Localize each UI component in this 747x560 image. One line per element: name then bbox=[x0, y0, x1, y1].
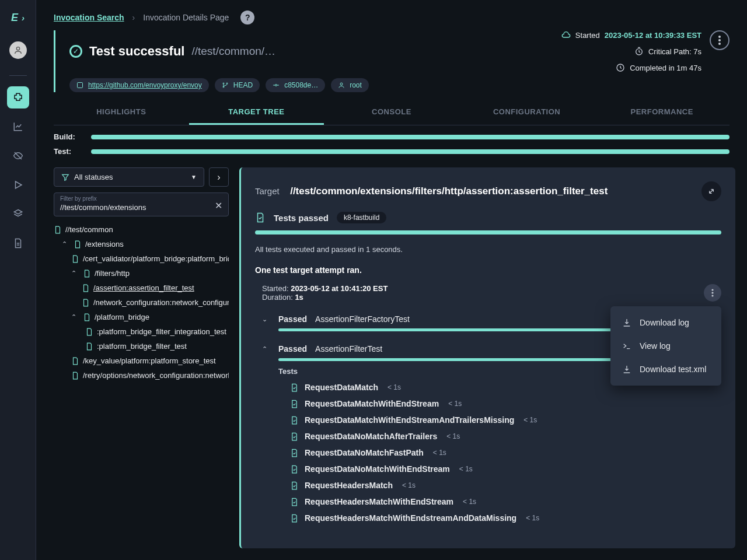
more-button[interactable] bbox=[710, 30, 729, 50]
tab-target-tree[interactable]: TARGET TREE bbox=[189, 100, 324, 125]
attempt-duration-label: Duration: bbox=[262, 293, 293, 302]
avatar[interactable] bbox=[9, 41, 27, 59]
attempt-menu: Download log View log Download test.xml bbox=[610, 306, 721, 386]
chevron-down-icon: ⌄ bbox=[262, 316, 270, 323]
test-duration: < 1s bbox=[523, 416, 537, 424]
file-icon bbox=[74, 240, 82, 249]
tab-configuration[interactable]: CONFIGURATION bbox=[459, 100, 595, 125]
chart-icon bbox=[13, 121, 23, 132]
breadcrumb: Invocation Search › Invocation Details P… bbox=[36, 0, 747, 30]
nav-plugins[interactable] bbox=[7, 86, 29, 108]
test-row[interactable]: RequestHeadersMatch< 1s bbox=[276, 477, 721, 494]
test-row[interactable]: RequestDataNoMatchFastPath< 1s bbox=[276, 444, 721, 461]
nav-analytics[interactable] bbox=[7, 116, 29, 138]
test-name: RequestHeadersMatchWithEndstreamAndDataM… bbox=[305, 513, 516, 523]
suite-status: Passed bbox=[278, 314, 307, 324]
tests-passed-label: Tests passed bbox=[274, 213, 329, 223]
nav-layers[interactable] bbox=[7, 203, 29, 225]
tab-performance[interactable]: PERFORMANCE bbox=[594, 100, 729, 125]
tree-node[interactable]: ⌃ /platform_bridge bbox=[54, 310, 229, 324]
file-check-icon bbox=[290, 383, 299, 392]
test-name: RequestHeadersMatch bbox=[305, 481, 393, 490]
clear-filter-button[interactable]: ✕ bbox=[215, 200, 222, 211]
chevron-up-icon: ⌃ bbox=[62, 240, 70, 248]
tree-node[interactable]: ⌃ /filters/http bbox=[54, 266, 229, 281]
prefix-filter-input[interactable] bbox=[60, 203, 210, 212]
nav-visibility[interactable] bbox=[7, 145, 29, 167]
puzzle-icon bbox=[13, 92, 23, 103]
suite-status: Passed bbox=[278, 344, 307, 354]
tree-node[interactable]: ⌃ /extensions bbox=[54, 237, 229, 251]
eye-off-icon bbox=[13, 150, 23, 161]
repo-chip[interactable]: https://github.com/envoyproxy/envoy bbox=[69, 78, 209, 92]
breadcrumb-link[interactable]: Invocation Search bbox=[54, 13, 124, 22]
help-button[interactable]: ? bbox=[240, 10, 254, 24]
menu-download-xml[interactable]: Download test.xml bbox=[610, 358, 721, 381]
stopwatch-icon bbox=[634, 47, 644, 56]
file-check-icon bbox=[290, 416, 299, 425]
tree-node[interactable]: /retry/options/network_configuration:net… bbox=[54, 368, 229, 383]
tree-node[interactable]: //test/common bbox=[54, 222, 229, 237]
file-icon bbox=[85, 328, 93, 336]
summary-text: All tests executed and passed in 1 secon… bbox=[255, 245, 721, 254]
commit-icon bbox=[273, 82, 280, 89]
test-row[interactable]: RequestDataMatchWithEndStreamAndTrailers… bbox=[276, 412, 721, 428]
file-check-icon bbox=[290, 449, 299, 457]
svg-point-10 bbox=[275, 85, 277, 86]
chevron-down-icon: ▼ bbox=[191, 174, 197, 180]
file-check-icon bbox=[255, 212, 266, 223]
prefix-filter[interactable]: Filter by prefix ✕ bbox=[54, 192, 229, 216]
chevron-right-icon: › bbox=[132, 13, 135, 22]
file-icon bbox=[85, 342, 93, 351]
started-label: Started bbox=[575, 31, 600, 40]
test-progress bbox=[91, 149, 729, 154]
nav-docs[interactable] bbox=[7, 232, 29, 254]
branch-chip[interactable]: HEAD bbox=[215, 78, 260, 92]
menu-download-log[interactable]: Download log bbox=[610, 311, 721, 334]
tree-node-selected[interactable]: /assertion:assertion_filter_test bbox=[54, 281, 229, 295]
target-tree: //test/common ⌃ /extensions /cert_valida… bbox=[54, 222, 229, 548]
file-icon bbox=[82, 299, 90, 307]
attempt-started-value: 2023-05-12 at 10:41:20 EST bbox=[291, 284, 388, 293]
svg-point-7 bbox=[223, 83, 224, 84]
svg-point-0 bbox=[16, 47, 19, 50]
commit-chip[interactable]: c8508de… bbox=[266, 78, 325, 92]
test-row[interactable]: RequestHeadersMatchWithEndStream< 1s bbox=[276, 494, 721, 510]
tree-node[interactable]: :platform_bridge_filter_test bbox=[54, 339, 229, 354]
test-duration: < 1s bbox=[402, 481, 416, 489]
test-row[interactable]: RequestHeadersMatchWithEndstreamAndDataM… bbox=[276, 510, 721, 526]
tree-node[interactable]: /key_value/platform:platform_store_test bbox=[54, 354, 229, 368]
file-check-icon bbox=[290, 498, 299, 506]
download-icon bbox=[622, 365, 631, 374]
collapse-tree-button[interactable]: › bbox=[209, 167, 229, 187]
file-check-icon bbox=[290, 400, 299, 408]
completed-time: Completed in 1m 47s bbox=[630, 64, 701, 72]
attempt-more-button[interactable]: Download log View log Download test.xml bbox=[704, 284, 721, 302]
chevron-up-icon: ⌃ bbox=[262, 345, 270, 353]
page-title: Test successful bbox=[89, 44, 184, 59]
tab-highlights[interactable]: HIGHLIGHTS bbox=[54, 100, 189, 125]
tab-console[interactable]: CONSOLE bbox=[324, 100, 459, 125]
test-row[interactable]: RequestDataNoMatchWithEndStream< 1s bbox=[276, 461, 721, 477]
repo-icon bbox=[76, 82, 83, 89]
started-value: 2023-05-12 at 10:39:33 EST bbox=[605, 31, 701, 40]
tree-node[interactable]: /cert_validator/platform_bridge:platform… bbox=[54, 251, 229, 266]
status-filter[interactable]: All statuses ▼ bbox=[54, 167, 204, 187]
detail-panel: Target //test/common/extensions/filters/… bbox=[239, 167, 735, 548]
file-icon bbox=[54, 226, 62, 234]
test-row[interactable]: RequestDataNoMatchAfterTrailers< 1s bbox=[276, 428, 721, 444]
tree-node[interactable]: :platform_bridge_filter_integration_test bbox=[54, 324, 229, 339]
svg-point-8 bbox=[226, 83, 228, 84]
build-progress bbox=[91, 135, 729, 139]
tree-node[interactable]: /network_configuration:network_configura… bbox=[54, 295, 229, 310]
expand-button[interactable] bbox=[701, 181, 721, 201]
nav-runs[interactable] bbox=[7, 174, 29, 196]
file-check-icon bbox=[290, 481, 299, 490]
test-duration: < 1s bbox=[388, 383, 401, 391]
branch-icon bbox=[222, 82, 229, 89]
user-chip[interactable]: root bbox=[331, 78, 369, 92]
suite-name: AssertionFilterTest bbox=[315, 344, 382, 354]
menu-view-log[interactable]: View log bbox=[610, 334, 721, 358]
test-row[interactable]: RequestDataMatchWithEndStream< 1s bbox=[276, 396, 721, 412]
logo[interactable]: E › bbox=[11, 12, 25, 24]
